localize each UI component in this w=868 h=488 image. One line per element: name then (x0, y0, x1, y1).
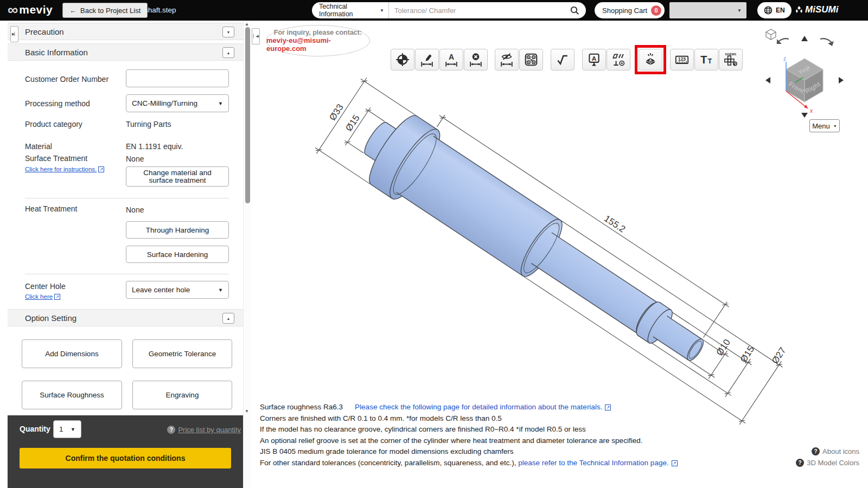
shaft-solid[interactable] (349, 101, 722, 387)
view-cube-widget[interactable]: Top Front Right z x (764, 27, 845, 118)
center-hole-link[interactable]: Click here↗ (25, 291, 60, 301)
view-menu-button[interactable]: Menu ▼ (809, 119, 840, 132)
about-icons-link[interactable]: ? About icons (812, 447, 859, 455)
project-select[interactable]: ▼ (669, 2, 746, 18)
about-icons-label: About icons (822, 447, 859, 455)
processing-method-label: Processing method (25, 99, 90, 108)
contact-bubble: For inquiry, please contact: meviy-eu@mi… (266, 25, 370, 56)
precaution-header[interactable]: Precaution ▼ (8, 23, 243, 40)
sidebar-collapse-handle[interactable]: ▶▏ (10, 26, 18, 42)
tilt-up-icon[interactable] (801, 36, 808, 41)
engraving-plate-button[interactable] (582, 49, 606, 70)
chevron-down-icon: ▼ (227, 30, 231, 34)
tilt-down-icon[interactable] (801, 113, 808, 118)
measurement-123-icon (674, 52, 690, 67)
geometric-tolerance-tool-button[interactable] (607, 49, 630, 70)
note-line: Surface roughness Ra6.3Please check the … (260, 402, 716, 413)
surface-treatment-value: None (126, 155, 144, 163)
price-list-link[interactable]: ? Price list by quantity (167, 426, 241, 434)
quantity-select[interactable]: 1 ▼ (53, 420, 81, 438)
datum-target-button[interactable] (391, 49, 414, 70)
delete-dimension-icon (468, 52, 483, 67)
dim-diameter-27: Ø27 (770, 345, 788, 365)
marking-stamp-button[interactable] (639, 49, 662, 70)
chevron-up-icon: ▲ (227, 51, 231, 55)
engraving-button[interactable]: Engraving (132, 381, 232, 409)
surface-hardening-button[interactable]: Surface Hardening (126, 246, 229, 263)
rotate-right-step-icon[interactable] (839, 77, 844, 84)
meviy-logo[interactable]: ∞ meviy (8, 2, 53, 17)
add-dimensions-button[interactable]: Add Dimensions (22, 339, 122, 368)
axis-x-label: x (810, 108, 813, 114)
dimension-text-button[interactable] (439, 49, 463, 70)
question-mark-icon: ? (167, 426, 175, 434)
delete-dimension-button[interactable] (464, 49, 488, 70)
surface-roughness-button[interactable]: Surface Roughness (22, 381, 122, 409)
customer-order-number-label: Customer Order Number (25, 75, 108, 84)
datum-pattern-button[interactable] (519, 49, 543, 70)
dim-diameter-15-left: Ø15 (343, 113, 362, 133)
measurement-button[interactable] (670, 49, 694, 70)
back-to-project-list-button[interactable]: ← Back to Project List (62, 3, 148, 18)
basic-information-collapse-toggle[interactable]: ▲ (222, 47, 234, 58)
customer-order-number-input[interactable] (126, 69, 229, 87)
text-size-button[interactable] (694, 49, 718, 70)
through-hardening-button[interactable]: Through Hardening (126, 221, 229, 239)
viewport-collapse-handle[interactable]: ▏◀ (252, 28, 260, 44)
materials-info-link[interactable]: Please check the following page for deta… (355, 403, 611, 411)
search-icon[interactable] (570, 6, 579, 15)
misumi-logo[interactable]: MiSUMi (795, 4, 838, 15)
contact-email[interactable]: meviy-eu@misumi-europe.com (266, 36, 369, 53)
surface-roughness-symbol-button[interactable] (551, 49, 575, 70)
language-label: EN (776, 7, 785, 14)
model-colors-link[interactable]: ? 3D Model Colors (796, 459, 859, 467)
wireframe-cube-icon[interactable] (766, 29, 776, 40)
divider (25, 198, 229, 198)
chevron-down-icon: ▼ (833, 124, 837, 128)
geometric-tolerance-button[interactable]: Geometric Tolerance (132, 339, 232, 368)
meviy-infinity-icon: ∞ (8, 2, 18, 17)
shopping-cart-button[interactable]: Shopping Cart 0 (595, 2, 665, 18)
option-setting-header[interactable]: Option Setting ▲ (8, 309, 243, 326)
note-line: If the model has no clearance groove, cy… (260, 424, 716, 435)
option-setting-collapse-toggle[interactable]: ▲ (222, 313, 234, 324)
language-button[interactable]: EN (757, 2, 792, 18)
rotate-right-icon[interactable] (820, 38, 834, 46)
confirm-quotation-button[interactable]: Confirm the quotation conditions (20, 448, 231, 468)
six-views-button[interactable] (719, 49, 743, 70)
change-material-button[interactable]: Change material and surface treatment (126, 166, 229, 187)
chevron-down-icon: ▼ (71, 427, 75, 432)
marking-stamp-icon (643, 52, 658, 67)
technical-information-link[interactable]: please refer to the Technical Informatio… (518, 459, 677, 467)
divider (25, 274, 229, 274)
quantity-value: 1 (59, 425, 63, 433)
back-arrow-icon: ← (69, 7, 76, 15)
question-mark-icon: ? (812, 447, 820, 455)
scrollbar-thumb[interactable] (245, 27, 250, 203)
precaution-title: Precaution (25, 27, 64, 36)
search-input[interactable] (389, 2, 570, 18)
external-link-icon: ↗ (605, 404, 611, 410)
hide-dimension-button[interactable] (495, 49, 519, 70)
rotate-left-step-icon[interactable] (765, 77, 770, 84)
add-dimension-button[interactable] (415, 49, 439, 70)
surface-treatment-label: Surface Treatment (25, 154, 87, 163)
text-size-icon (699, 52, 714, 67)
rotate-left-icon[interactable] (777, 38, 789, 44)
processing-method-select[interactable]: CNC-Milling/Turning ▼ (126, 94, 229, 112)
center-hole-select[interactable]: Leave center hole ▼ (126, 281, 229, 299)
sidebar-scrollbar[interactable]: ▲ ▼ (243, 21, 251, 488)
scroll-up-icon[interactable]: ▲ (245, 22, 249, 27)
dimension-text-icon (444, 52, 459, 67)
basic-information-header[interactable]: Basic Information ▲ (8, 43, 243, 61)
technical-information-select[interactable]: Technical Information ▼ (312, 2, 389, 18)
product-category-value: Turning Parts (126, 120, 171, 129)
basic-information-title: Basic Information (25, 48, 88, 57)
dim-diameter-33: Ø33 (327, 102, 346, 122)
precaution-expand-toggle[interactable]: ▼ (222, 27, 234, 37)
instructions-link[interactable]: Click here for instructions.↗ (25, 164, 104, 174)
cart-count-badge: 0 (651, 5, 661, 16)
price-list-label: Price list by quantity (178, 426, 241, 434)
scroll-down-icon[interactable]: ▼ (245, 409, 249, 414)
engraving-plate-icon (586, 52, 602, 67)
